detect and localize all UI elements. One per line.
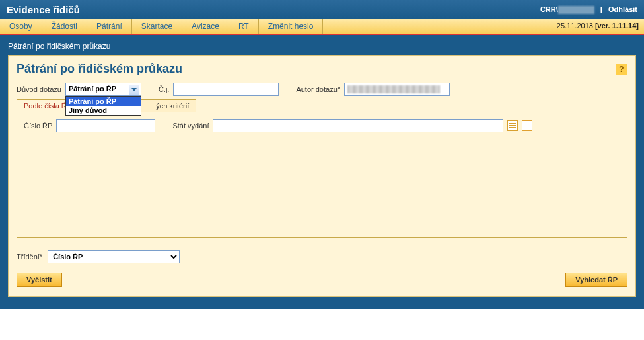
action-row: Vyčistit Vyhledat ŘP	[17, 273, 627, 287]
menu-zadosti[interactable]: Žádosti	[42, 19, 87, 34]
separator: |	[600, 5, 602, 13]
panel-header: Pátrání po řidičském průkazu ?	[17, 62, 627, 76]
date-label: 25.11.2013	[557, 22, 593, 30]
sort-select[interactable]: Číslo ŘP	[48, 250, 180, 263]
breadcrumb: Pátrání po řidičském průkazu	[8, 42, 636, 51]
clear-button[interactable]: Vyčistit	[17, 273, 62, 287]
author-display	[344, 83, 450, 96]
version-label: [ver. 1.11.14]	[595, 22, 639, 30]
stat-vydani-input[interactable]	[213, 119, 503, 132]
menu-osoby[interactable]: Osoby	[0, 19, 42, 34]
cj-label: Č.j.	[159, 85, 170, 93]
app-header: Evidence řidičů CRR\ | Odhlásit	[0, 0, 644, 19]
reason-label: Důvod dotazu	[17, 85, 61, 93]
menu-skartace[interactable]: Skartace	[132, 19, 182, 34]
menu-rt[interactable]: RT	[229, 19, 259, 34]
cislo-rp-label: Číslo ŘP	[24, 122, 52, 130]
cj-input[interactable]	[173, 83, 279, 96]
clear-field-icon[interactable]	[522, 120, 532, 131]
content-area: Pátrání po řidičském průkazu Pátrání po …	[0, 35, 644, 309]
cislo-rp-input[interactable]	[56, 119, 155, 132]
help-button[interactable]: ?	[616, 64, 627, 75]
logout-link[interactable]: Odhlásit	[608, 5, 637, 13]
panel-title: Pátrání po řidičském průkazu	[17, 62, 182, 76]
author-label: Autor dotazu*	[296, 85, 340, 93]
reason-dropdown-display[interactable]: Pátrání po ŘP	[65, 83, 141, 96]
lookup-icon[interactable]	[507, 120, 518, 131]
user-prefix: CRR\	[540, 5, 558, 13]
reason-option-2[interactable]: Jiný důvod	[66, 106, 141, 115]
menu-zmenit-heslo[interactable]: Změnit heslo	[259, 19, 324, 34]
reason-option-1[interactable]: Pátrání po ŘP	[66, 97, 141, 106]
stat-vydani-label: Stát vydání	[172, 122, 209, 130]
app-title: Evidence řidičů	[7, 4, 80, 15]
menu-bar: Osoby Žádosti Pátrání Skartace Avizace R…	[0, 19, 644, 35]
version-area: 25.11.2013 [ver. 1.11.14]	[552, 19, 644, 34]
author-value	[347, 85, 440, 93]
reason-dropdown[interactable]: Pátrání po ŘP Pátrání po ŘP Jiný důvod	[65, 83, 141, 96]
sort-label: Třídění*	[17, 253, 42, 261]
main-panel: Pátrání po řidičském průkazu ? Důvod dot…	[8, 55, 636, 297]
reason-dropdown-list: Pátrání po ŘP Jiný důvod	[65, 96, 141, 116]
query-row: Důvod dotazu Pátrání po ŘP Pátrání po ŘP…	[17, 83, 627, 96]
search-button[interactable]: Vyhledat ŘP	[565, 273, 627, 287]
username	[558, 6, 594, 14]
search-fields-row: Číslo ŘP Stát vydání	[24, 119, 620, 132]
user-area: CRR\ | Odhlásit	[540, 5, 637, 14]
tab1-label: Podle čísla ŘP	[24, 102, 71, 110]
tab2-label-partial: ých kritérií	[156, 102, 189, 110]
menu-items: Osoby Žádosti Pátrání Skartace Avizace R…	[0, 19, 323, 34]
menu-avizace[interactable]: Avizace	[182, 19, 229, 34]
menu-patrani[interactable]: Pátrání	[87, 19, 132, 34]
sort-row: Třídění* Číslo ŘP	[17, 250, 627, 263]
tab-body: Číslo ŘP Stát vydání	[17, 112, 627, 238]
